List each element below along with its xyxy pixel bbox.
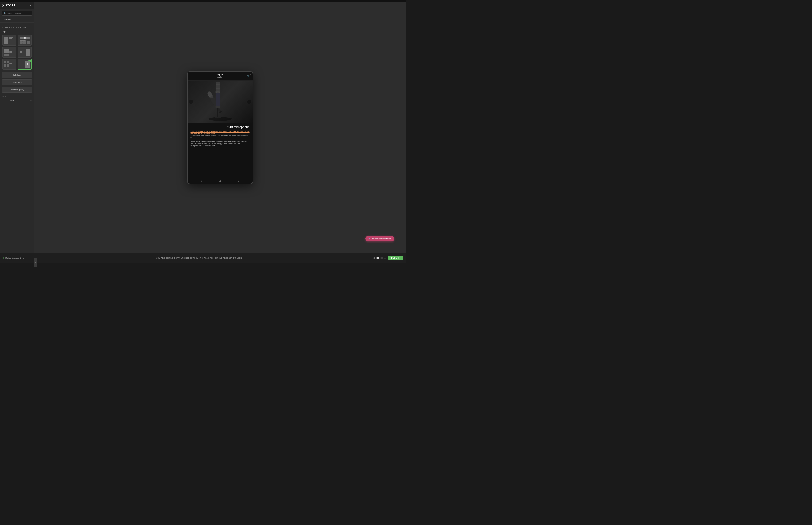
gallery-type-1[interactable] (2, 35, 16, 46)
template-icon: ⊞ (3, 257, 4, 259)
sidebar-header: X STORE ✕ (0, 2, 34, 10)
xstore-doc-button[interactable]: 🔍 XStore Documentation (365, 236, 395, 241)
video-position-label: Video Position (2, 99, 14, 101)
gallery-type-5[interactable] (2, 59, 16, 70)
pencil-icon: ✏ (2, 95, 4, 97)
video-position-value: Left (29, 99, 32, 101)
product-quote-attribution: – Greg Wells (Grammy winning producer, A… (190, 135, 250, 139)
product-info: f-48 microphone "I think you've got some… (188, 123, 252, 178)
svg-rect-6 (217, 106, 218, 118)
gallery-type-grid: ⬜ (0, 34, 34, 72)
bottom-bar: ⊞ Multiple Templates (1) ∧ YOU ARE EDITI… (0, 253, 406, 262)
svg-rect-12 (215, 106, 220, 108)
hamburger-icon[interactable]: ☰ (190, 75, 193, 77)
xstore-doc-label: XStore Documentation (372, 238, 391, 240)
video-position-row: Video Position Left (0, 98, 34, 102)
mobile-icon[interactable]: ▭ (384, 257, 386, 259)
style-label: STYLE (5, 95, 11, 97)
multiple-templates-label: Multiple Templates (1) (5, 257, 21, 259)
publish-button[interactable]: PUBLISH (388, 256, 403, 260)
settings-icon[interactable]: ⚙ (373, 257, 375, 259)
image-sizes-button[interactable]: Image sizes (2, 79, 32, 85)
cart-badge: 0 (250, 74, 250, 75)
logo-store: STORE (5, 4, 16, 7)
main-config-header: ⊞ MAIN CONFIGURATION (0, 25, 34, 30)
next-image-button[interactable]: › (247, 100, 251, 104)
preview-area: ☰ singular audio 🛒 0 (34, 2, 406, 253)
product-description: Vintage sound in a modern package, desig… (190, 140, 250, 147)
brand-name-line2: audio (216, 76, 224, 78)
product-title: f-48 microphone (190, 125, 250, 129)
back-nav[interactable]: ‹ Gallery (0, 17, 34, 22)
bag-icon[interactable]: ⊡ (237, 179, 240, 182)
top-bar (0, 0, 406, 2)
device-bottom-nav: ⌂ ⊟ ⊡ (188, 178, 252, 183)
device-icons: ⚙ ⬜ ⬛ ▭ (373, 257, 386, 259)
builder-label: SINGLE PRODUCT BUILDER (215, 257, 242, 259)
product-image-placeholder (188, 80, 252, 123)
gallery-type-1-icon (4, 37, 15, 44)
editing-info-label: YOU ARE EDITING DEFAULT SINGLE PRODUCT -… (156, 257, 213, 259)
gallery-type-2-icon: ⬜ (19, 37, 30, 44)
product-image-area: ‹ › (188, 80, 252, 123)
brand-name: singular audio (216, 74, 224, 79)
gallery-type-5-icon (4, 61, 15, 68)
microphone-illustration (205, 82, 235, 121)
search-icon: 🔍 (3, 12, 6, 14)
search-doc-icon: 🔍 (369, 238, 371, 240)
gallery-type-4[interactable] (18, 47, 32, 58)
variations-gallery-button[interactable]: Variations gallery (2, 87, 32, 93)
svg-rect-10 (217, 99, 219, 100)
sidebar-divider-1 (0, 24, 34, 24)
type-field-label: Type (0, 30, 34, 34)
gallery-type-3-icon (4, 49, 15, 56)
store-icon[interactable]: ⊟ (219, 179, 221, 182)
svg-rect-13 (216, 82, 220, 93)
bottom-right: ⚙ ⬜ ⬛ ▭ PUBLISH (373, 256, 403, 260)
sidebar-logo: X STORE (2, 4, 16, 7)
desktop-icon[interactable]: ⬜ (377, 257, 379, 259)
svg-rect-7 (215, 117, 220, 118)
device-header: ☰ singular audio 🛒 0 (188, 72, 252, 81)
gallery-type-6-icon: ⬜ (19, 61, 30, 68)
cart-icon-container[interactable]: 🛒 0 (247, 75, 250, 77)
tablet-icon[interactable]: ⬛ (380, 257, 383, 259)
product-quote: "I think you've got something great on y… (190, 131, 250, 134)
back-nav-label: Gallery (4, 18, 11, 21)
multiple-templates-button[interactable]: ⊞ Multiple Templates (1) (3, 257, 21, 259)
grid-icon: ⊞ (2, 26, 4, 28)
sidebar: X STORE ✕ 🔍 ‹ Gallery ⊞ MAIN CONFIGURATI… (0, 2, 34, 253)
big-image-icon: ⬜ (27, 63, 29, 65)
svg-rect-9 (216, 98, 219, 98)
gallery-type-3[interactable] (2, 47, 16, 58)
brand-name-line1: singular (216, 74, 224, 76)
prev-image-button[interactable]: ‹ (189, 100, 193, 104)
bottom-left: ⊞ Multiple Templates (1) ∧ (3, 257, 25, 259)
mini-image-icon: ⬜ (24, 37, 26, 39)
search-box[interactable]: 🔍 (2, 11, 32, 15)
svg-rect-8 (216, 92, 220, 107)
back-arrow-icon: ‹ (2, 18, 3, 21)
chevron-up-icon[interactable]: ∧ (23, 257, 25, 259)
search-input[interactable] (7, 12, 31, 14)
main-config-label: MAIN CONFIGURATION (5, 27, 26, 28)
logo-x: X (2, 4, 4, 7)
style-section-header: ✏ STYLE (0, 93, 34, 98)
gallery-type-4-icon (19, 49, 30, 56)
sale-label-button[interactable]: Sale label (2, 72, 32, 78)
sidebar-close-button[interactable]: ✕ (29, 4, 32, 7)
bottom-center: YOU ARE EDITING DEFAULT SINGLE PRODUCT -… (156, 257, 242, 259)
home-icon[interactable]: ⌂ (201, 179, 202, 182)
gallery-type-2[interactable]: ⬜ (18, 35, 32, 46)
device-frame: ☰ singular audio 🛒 0 (187, 71, 253, 184)
gallery-type-6[interactable]: ✓ ⬜ (18, 59, 32, 70)
